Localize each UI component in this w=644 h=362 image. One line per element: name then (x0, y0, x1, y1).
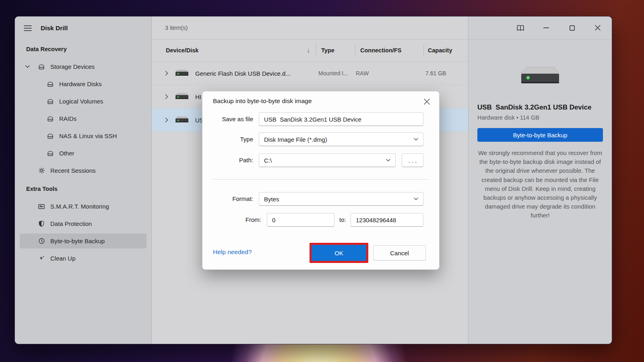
window-controls (469, 17, 612, 39)
sidebar-item-label: Clean Up (50, 255, 76, 262)
sidebar-item-smart-monitoring[interactable]: S.M.A.R.T. Monitoring (15, 198, 151, 215)
chevron-down-icon (414, 138, 418, 141)
table-header: Device/Disk ↓ Type Connection/FS Capacit… (152, 39, 468, 62)
device-name: Generic Flash Disk USB Device.d... (195, 70, 291, 77)
sparkles-icon (37, 254, 45, 263)
sidebar-item-label: Logical Volumes (59, 98, 103, 105)
device-type: Mounted I... (318, 70, 348, 77)
desktop-background: Disk Drill Data Recovery Storage Devices… (0, 0, 644, 362)
gear-icon (37, 167, 45, 175)
maximize-icon[interactable] (567, 23, 577, 33)
sidebar-item-logical-volumes[interactable]: Logical Volumes (15, 93, 151, 110)
drive-illustration (520, 65, 560, 87)
disk-drive-icon (175, 69, 189, 78)
sidebar-item-other[interactable]: Other (15, 145, 151, 162)
disk-drive-icon (175, 92, 189, 101)
sidebar-item-data-protection[interactable]: Data Protection (15, 215, 151, 232)
sidebar: Disk Drill Data Recovery Storage Devices… (15, 17, 152, 344)
byte-to-byte-backup-button[interactable]: Byte-to-byte Backup (477, 128, 603, 142)
from-label: From: (246, 216, 261, 223)
image-type-value: Disk Image File (*.dmg) (264, 136, 327, 143)
sidebar-item-storage-devices[interactable]: Storage Devices (15, 58, 151, 75)
from-input[interactable]: 0 (267, 213, 334, 227)
drive-icon (46, 132, 54, 140)
history-clock-icon (37, 237, 45, 245)
dialog-close-icon[interactable] (421, 96, 432, 107)
sidebar-item-label: Other (59, 150, 74, 157)
device-title: USB SanDisk 3.2Gen1 USB Device (477, 103, 603, 112)
details-body: USB SanDisk 3.2Gen1 USB Device Hardware … (469, 39, 612, 220)
device-name: HI (195, 93, 201, 100)
column-divider (316, 44, 316, 56)
sort-descending-icon[interactable]: ↓ (307, 47, 310, 54)
app-title: Disk Drill (41, 25, 68, 32)
backup-dialog: Backup into byte-to-byte disk image Save… (202, 91, 440, 270)
drive-icon (46, 115, 54, 123)
image-type-select[interactable]: Disk Image File (*.dmg) (259, 132, 423, 146)
drive-icon (37, 63, 45, 71)
sidebar-item-raids[interactable]: RAIDs (15, 110, 151, 127)
section-label-data-recovery: Data Recovery (15, 39, 151, 53)
save-as-file-input[interactable]: USB SanDisk 3.2Gen1 USB Device (259, 112, 423, 126)
minimize-icon[interactable] (541, 23, 551, 33)
format-value: Bytes (264, 196, 279, 203)
device-fs: RAW (356, 70, 369, 77)
disk-drive-icon (175, 116, 189, 124)
section-label-extra-tools: Extra Tools (15, 179, 151, 193)
ok-button[interactable]: OK (312, 245, 366, 261)
to-input[interactable]: 123048296448 (351, 213, 423, 227)
device-capacity: 7.61 GB (425, 70, 446, 77)
sidebar-item-label: Storage Devices (50, 63, 95, 70)
shield-icon (37, 220, 45, 228)
path-label: Path: (239, 157, 253, 163)
sidebar-item-nas-linux-ssh[interactable]: NAS & Linux via SSH (15, 127, 151, 145)
dialog-divider (213, 179, 429, 180)
column-type[interactable]: Type (321, 47, 334, 54)
sidebar-item-recent-sessions[interactable]: Recent Sessions (15, 162, 151, 179)
chevron-down-icon[interactable] (25, 65, 33, 68)
sidebar-item-byte-to-byte-backup[interactable]: Byte-to-byte Backup (20, 234, 147, 248)
sidebar-item-label: Recent Sessions (50, 167, 96, 174)
chevron-down-icon (386, 159, 390, 162)
sidebar-item-label: S.M.A.R.T. Monitoring (50, 203, 109, 210)
path-select[interactable]: C:\ (259, 153, 396, 167)
column-divider (423, 44, 424, 56)
dialog-title: Backup into byte-to-byte disk image (213, 97, 312, 105)
path-value: C:\ (264, 157, 272, 164)
column-capacity[interactable]: Capacity (428, 47, 452, 54)
sidebar-item-clean-up[interactable]: Clean Up (15, 250, 151, 267)
hamburger-menu-icon[interactable] (24, 25, 33, 32)
list-header: 3 item(s) (152, 17, 468, 39)
table-row[interactable]: Generic Flash Disk USB Device.d... Mount… (152, 62, 468, 85)
sidebar-item-label: Byte-to-byte Backup (50, 238, 105, 244)
column-connection-fs[interactable]: Connection/FS (360, 47, 401, 54)
format-label: Format: (232, 195, 253, 202)
type-label: Type (240, 136, 253, 143)
drive-icon (46, 97, 54, 105)
column-device-disk[interactable]: Device/Disk (166, 47, 198, 54)
chevron-right-icon[interactable] (165, 118, 168, 122)
sidebar-item-label: RAIDs (59, 115, 76, 122)
smart-chart-icon (37, 203, 45, 211)
format-select[interactable]: Bytes (259, 192, 423, 206)
chevron-down-icon (414, 198, 418, 201)
close-icon[interactable] (592, 23, 603, 33)
book-icon[interactable] (515, 23, 526, 33)
sidebar-item-label: NAS & Linux via SSH (59, 132, 117, 139)
sidebar-item-hardware-disks[interactable]: Hardware Disks (15, 75, 151, 93)
to-label: to: (339, 216, 346, 223)
details-panel: USB SanDisk 3.2Gen1 USB Device Hardware … (468, 17, 612, 344)
backup-recommendation-text: We strongly recommend that you recover f… (477, 149, 603, 220)
sidebar-item-label: Data Protection (50, 220, 92, 227)
save-as-label: Save as file (222, 116, 253, 122)
drive-icon (46, 149, 54, 157)
browse-button[interactable]: . . . (402, 153, 423, 167)
chevron-right-icon[interactable] (165, 71, 168, 76)
chevron-right-icon[interactable] (165, 94, 168, 99)
sidebar-header: Disk Drill (15, 17, 151, 39)
help-link[interactable]: Help needed? (213, 248, 252, 256)
items-count: 3 item(s) (165, 25, 188, 31)
drive-icon (46, 80, 54, 88)
cancel-button[interactable]: Cancel (373, 245, 426, 261)
column-divider (355, 44, 355, 56)
